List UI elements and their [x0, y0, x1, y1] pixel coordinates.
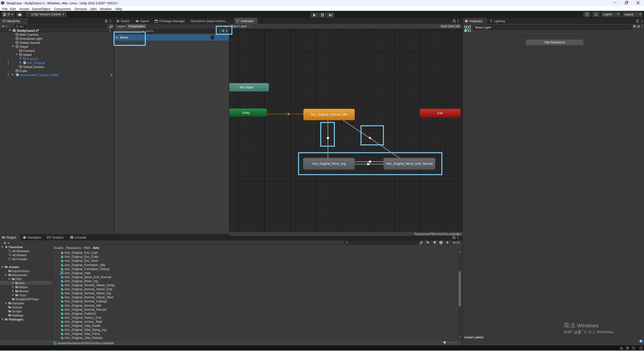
svg-text:Aris_Original_Normal_Idle: Aris_Original_Normal_Idle: [311, 113, 347, 116]
svg-text:Entry: Entry: [242, 111, 250, 115]
svg-text:Any State: Any State: [239, 86, 253, 89]
svg-text:”: ”: [582, 329, 583, 333]
svg-text:Windows: Windows: [597, 330, 612, 334]
svg-text:Windows: Windows: [577, 323, 598, 328]
svg-text:Exit: Exit: [438, 111, 443, 115]
svg-text:?: ?: [634, 25, 635, 27]
svg-text:“: “: [572, 329, 573, 333]
